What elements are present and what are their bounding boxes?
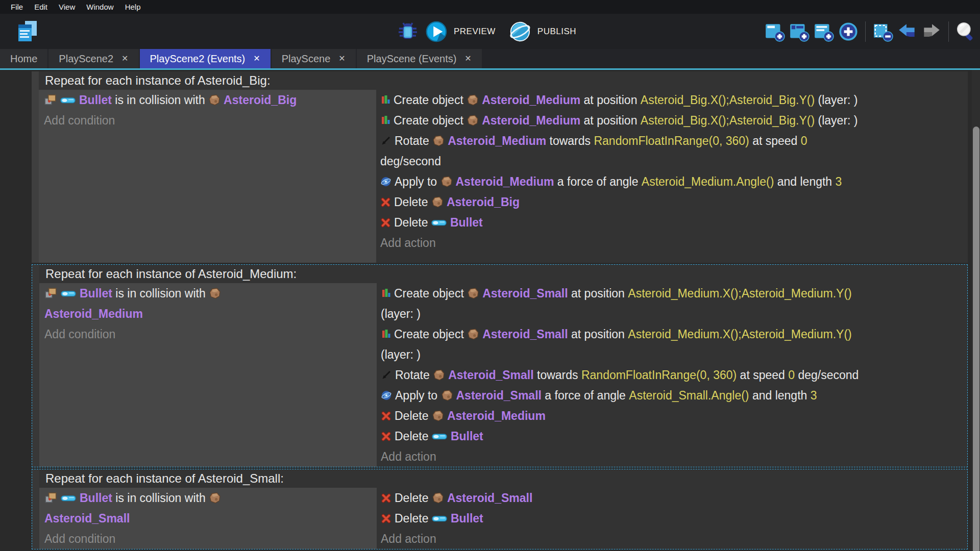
instruction-text: at speed (737, 368, 788, 382)
conditions-column[interactable]: Bullet is in collision with Asteroid_Med… (39, 283, 377, 467)
add-comment-button[interactable] (813, 20, 835, 43)
undo-button[interactable] (896, 20, 918, 43)
event-header[interactable]: Repeat for each instance of Asteroid_Big… (39, 71, 968, 90)
add-condition-link[interactable]: Add condition (44, 529, 377, 549)
condition-row[interactable]: Bullet is in collision with Asteroid_Med… (44, 283, 377, 324)
delete-selection-button[interactable] (871, 20, 894, 43)
tab-label: PlayScene (282, 53, 331, 65)
event-block[interactable]: Repeat for each instance of Asteroid_Med… (32, 264, 968, 467)
add-subevent-button[interactable] (788, 20, 811, 43)
preview-button[interactable]: PREVIEW (454, 27, 496, 37)
instruction-text: Delete (394, 195, 431, 209)
vertical-scrollbar[interactable] (972, 70, 980, 551)
object-name: Asteroid_Small (447, 491, 532, 505)
tab-label: PlayScene2 (59, 53, 113, 65)
add-event-button[interactable] (764, 20, 786, 43)
instruction-text: deg/second (795, 368, 859, 382)
add-action-link[interactable]: Add action (381, 529, 967, 549)
object-name: Bullet (80, 287, 112, 300)
action-row[interactable]: Create object Asteroid_Small at position… (381, 283, 967, 324)
object-name: Bullet (451, 430, 483, 443)
events-sheet[interactable]: Repeat for each instance of Asteroid_Big… (0, 70, 980, 551)
rotate-icon (381, 369, 392, 381)
tab-playscene2-events-[interactable]: PlayScene2 (Events)✕ (140, 49, 271, 68)
action-row[interactable]: Apply to Asteroid_Medium a force of angl… (380, 171, 968, 192)
actions-column[interactable]: Create object Asteroid_Medium at positio… (376, 90, 968, 263)
instruction-text: Create object (394, 114, 467, 128)
instruction-line: Delete Bullet (381, 508, 967, 529)
choose-event-button[interactable] (837, 20, 860, 43)
tab-close-icon[interactable]: ✕ (253, 55, 260, 63)
tab-close-icon[interactable]: ✕ (338, 55, 345, 63)
instruction-text: towards (546, 134, 594, 148)
publish-button[interactable]: PUBLISH (537, 27, 576, 37)
tab-playscene-events-[interactable]: PlayScene (Events)✕ (357, 49, 482, 68)
object-name: Asteroid_Medium (482, 114, 580, 128)
asteroid-icon (440, 176, 453, 188)
instruction-line: Create object Asteroid_Small at position… (381, 324, 967, 344)
event-drag-handle[interactable] (32, 71, 39, 263)
redo-button[interactable] (920, 20, 943, 43)
tab-playscene[interactable]: PlayScene✕ (272, 49, 356, 68)
condition-row[interactable]: Bullet is in collision with Asteroid_Big (44, 90, 376, 110)
object-name: Bullet (80, 491, 112, 505)
expression-value: Asteroid_Medium.X();Asteroid_Medium.Y() (628, 287, 851, 300)
action-row[interactable]: Create object Asteroid_Small at position… (381, 324, 967, 365)
instruction-line: Bullet is in collision with (44, 488, 377, 508)
tab-playscene2[interactable]: PlayScene2✕ (48, 49, 138, 68)
tab-close-icon[interactable]: ✕ (464, 55, 471, 63)
menu-edit[interactable]: Edit (29, 3, 53, 11)
action-row[interactable]: Delete Bullet (381, 508, 967, 529)
actions-column[interactable]: Delete Asteroid_SmallDelete BulletAdd ac… (377, 488, 967, 549)
instruction-line: Rotate Asteroid_Small towards RandomFloa… (381, 365, 967, 385)
action-row[interactable]: Create object Asteroid_Medium at positio… (380, 110, 968, 131)
event-drag-handle[interactable] (32, 265, 39, 467)
scrollbar-thumb[interactable] (973, 127, 979, 551)
tab-close-icon[interactable]: ✕ (121, 55, 128, 63)
event-block[interactable]: Repeat for each instance of Asteroid_Sma… (32, 469, 968, 549)
add-action-link[interactable]: Add action (380, 233, 968, 253)
action-row[interactable]: Create object Asteroid_Medium at positio… (380, 90, 968, 110)
gdevelop-logo-icon[interactable] (15, 20, 42, 43)
add-condition-link[interactable]: Add condition (44, 110, 376, 131)
action-row[interactable]: Rotate Asteroid_Medium towards RandomFlo… (380, 131, 968, 171)
action-row[interactable]: Delete Bullet (381, 426, 967, 446)
action-row[interactable]: Delete Asteroid_Small (381, 488, 967, 508)
menu-view[interactable]: View (53, 3, 81, 11)
object-name: Asteroid_Medium (448, 134, 546, 148)
instruction-text: is in collision with (112, 287, 209, 300)
object-name: Asteroid_Medium (456, 175, 554, 189)
menu-help[interactable]: Help (119, 3, 146, 11)
delete-icon (380, 197, 391, 208)
add-condition-link[interactable]: Add condition (44, 324, 377, 344)
asteroid-icon (467, 287, 479, 299)
expression-value: RandomFloatInRange(0, 360) (594, 134, 749, 148)
publish-icon[interactable] (509, 20, 531, 43)
event-block[interactable]: Repeat for each instance of Asteroid_Big… (32, 71, 968, 263)
menu-window[interactable]: Window (81, 3, 119, 11)
action-row[interactable]: Apply to Asteroid_Small a force of angle… (381, 385, 967, 406)
action-row[interactable]: Delete Bullet (380, 212, 968, 233)
condition-row[interactable]: Bullet is in collision with Asteroid_Sma… (44, 488, 377, 529)
event-drag-handle[interactable] (32, 469, 39, 549)
search-button[interactable] (954, 20, 977, 43)
instruction-text: deg/second (380, 155, 441, 168)
event-header[interactable]: Repeat for each instance of Asteroid_Med… (39, 265, 967, 283)
menu-file[interactable]: File (5, 3, 29, 11)
preview-icon[interactable] (425, 20, 448, 43)
expression-value: Asteroid_Big.X();Asteroid_Big.Y() (641, 93, 815, 107)
expression-value: Asteroid_Big.X();Asteroid_Big.Y() (641, 114, 815, 128)
event-header[interactable]: Repeat for each instance of Asteroid_Sma… (39, 469, 967, 488)
action-row[interactable]: Rotate Asteroid_Small towards RandomFloa… (381, 365, 967, 385)
tab-home[interactable]: Home (0, 49, 47, 68)
expression-value: Asteroid_Medium.X();Asteroid_Medium.Y() (628, 328, 851, 341)
action-row[interactable]: Delete Asteroid_Big (380, 192, 968, 212)
add-action-link[interactable]: Add action (381, 446, 967, 467)
bullet-icon (61, 494, 77, 503)
debugger-icon[interactable] (397, 20, 419, 43)
action-row[interactable]: Delete Asteroid_Medium (381, 406, 967, 426)
conditions-column[interactable]: Bullet is in collision with Asteroid_Big… (39, 90, 376, 263)
instruction-line: Delete Bullet (380, 212, 968, 233)
conditions-column[interactable]: Bullet is in collision with Asteroid_Sma… (39, 488, 377, 549)
actions-column[interactable]: Create object Asteroid_Small at position… (377, 283, 967, 467)
